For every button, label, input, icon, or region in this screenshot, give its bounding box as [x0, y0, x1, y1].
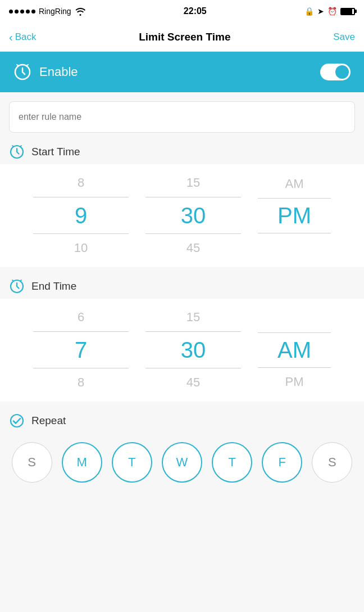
back-button[interactable]: ‹ Back: [9, 32, 36, 43]
repeat-label: Repeat: [31, 415, 66, 427]
clock-icon-enable: [13, 63, 31, 81]
enable-toggle[interactable]: [320, 64, 351, 80]
carrier-name: RingRing: [39, 7, 71, 16]
start-time-picker[interactable]: 8 9 10 15 30 45 AM PM PM: [0, 164, 364, 267]
end-minute-below: 45: [186, 370, 200, 395]
end-ampm-below: PM: [285, 369, 304, 395]
start-ampm-divider-top: [258, 198, 331, 199]
day-circle-4[interactable]: T: [212, 442, 252, 483]
battery-icon: [340, 8, 355, 15]
enable-left: Enable: [13, 63, 78, 81]
end-minute-above: 15: [186, 304, 200, 330]
end-hour-divider-bottom: [33, 368, 129, 368]
lock-icon: 🔒: [304, 7, 314, 16]
rule-name-input[interactable]: [10, 102, 354, 132]
start-time-header: Start Time: [0, 133, 364, 164]
status-time: 22:05: [184, 6, 207, 16]
start-ampm-selected: PM: [277, 200, 311, 232]
battery-fill: [342, 9, 352, 14]
start-hour-col[interactable]: 8 9 10: [25, 170, 137, 262]
start-hour-selected: 9: [75, 199, 87, 232]
signal-dot-1: [9, 10, 13, 14]
rule-name-input-container[interactable]: [9, 101, 355, 133]
start-hour-divider-bottom: [33, 233, 129, 234]
content-area: Start Time 8 9 10 15 30 45 AM PM: [0, 101, 364, 496]
start-hour-above: 8: [78, 170, 84, 196]
start-ampm-divider-bottom: [258, 233, 331, 233]
end-hour-selected: 7: [75, 333, 87, 367]
repeat-header: Repeat: [0, 402, 364, 433]
end-hour-col[interactable]: 6 7 8: [25, 304, 137, 396]
end-time-row: 6 7 8 15 30 45 AM AM PM: [0, 304, 364, 396]
alarm-icon: ⏰: [327, 7, 337, 16]
clock-icon-end: [9, 278, 25, 294]
day-circle-2[interactable]: T: [112, 442, 152, 483]
end-ampm-divider-top: [258, 332, 331, 333]
start-minute-divider-bottom: [145, 233, 241, 234]
end-minute-divider-bottom: [145, 368, 241, 368]
status-bar: RingRing 22:05 🔒 ➤ ⏰: [0, 0, 364, 22]
day-circle-3[interactable]: W: [162, 442, 202, 483]
start-time-label: Start Time: [31, 146, 80, 158]
signal-dot-3: [20, 10, 24, 14]
end-hour-divider-top: [33, 331, 129, 332]
end-time-header: End Time: [0, 267, 364, 299]
days-row: SMTWTFS: [0, 433, 364, 496]
start-hour-divider-top: [33, 197, 129, 197]
end-time-label: End Time: [31, 280, 76, 292]
nav-bar: ‹ Back Limit Screen Time Save: [0, 22, 364, 52]
end-minute-divider-top: [145, 331, 241, 332]
save-button[interactable]: Save: [333, 32, 355, 43]
end-hour-above: 6: [78, 304, 84, 330]
start-minute-col[interactable]: 15 30 45: [137, 170, 249, 262]
day-circle-1[interactable]: M: [62, 442, 102, 483]
start-hour-below: 10: [74, 235, 88, 261]
signal-dot-5: [31, 10, 35, 14]
day-circle-5[interactable]: F: [262, 442, 302, 483]
clock-icon-start: [9, 144, 25, 160]
back-chevron-icon: ‹: [9, 32, 13, 43]
end-hour-below: 8: [78, 370, 84, 395]
signal-dots: [9, 10, 35, 14]
end-ampm-divider-bottom: [258, 367, 331, 368]
day-circle-6[interactable]: S: [312, 442, 352, 483]
start-minute-above: 15: [186, 170, 200, 196]
start-time-row: 8 9 10 15 30 45 AM PM PM: [0, 170, 364, 262]
location-icon: ➤: [317, 7, 324, 16]
end-time-picker[interactable]: 6 7 8 15 30 45 AM AM PM: [0, 299, 364, 402]
end-minute-selected: 30: [181, 333, 206, 367]
enable-label: Enable: [39, 65, 78, 79]
end-ampm-selected: AM: [277, 334, 311, 366]
status-left: RingRing: [9, 7, 86, 16]
page-title: Limit Screen Time: [139, 31, 230, 43]
signal-dot-4: [26, 10, 30, 14]
signal-dot-2: [15, 10, 19, 14]
status-right: 🔒 ➤ ⏰: [304, 7, 355, 16]
start-minute-selected: 30: [181, 199, 206, 232]
day-circle-0[interactable]: S: [12, 442, 52, 483]
back-label: Back: [15, 32, 37, 43]
start-minute-below: 45: [186, 235, 200, 261]
end-ampm-col[interactable]: AM AM PM: [249, 305, 339, 394]
start-ampm-col[interactable]: AM PM PM: [249, 171, 339, 261]
wifi-icon: [75, 7, 86, 16]
repeat-icon: [9, 413, 25, 429]
svg-point-3: [11, 415, 23, 427]
enable-header: Enable: [0, 52, 364, 92]
end-minute-col[interactable]: 15 30 45: [137, 304, 249, 396]
start-minute-divider-top: [145, 197, 241, 197]
start-ampm-above: AM: [285, 171, 304, 197]
